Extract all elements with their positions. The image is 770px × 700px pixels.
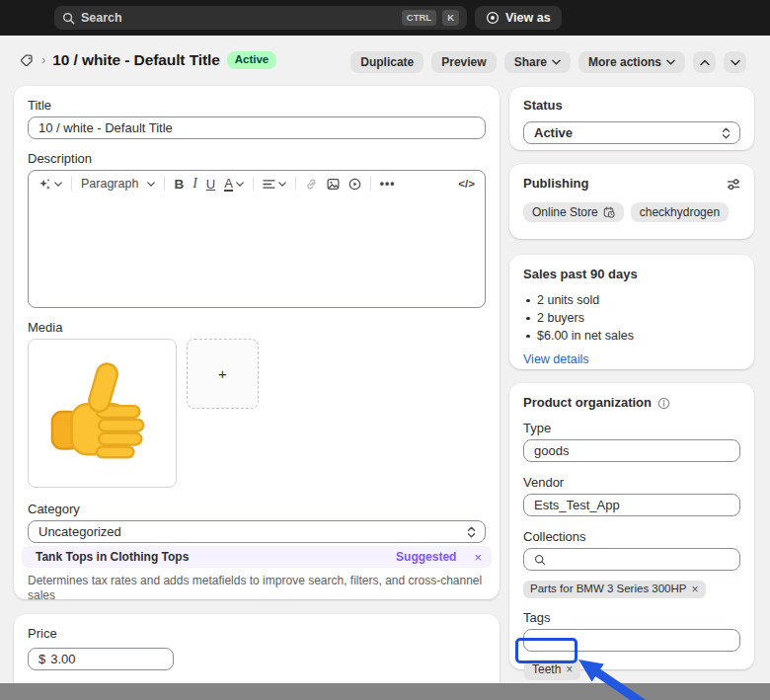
share-button[interactable]: Share [504, 51, 571, 73]
media-label: Media [28, 320, 486, 335]
sales-heading: Sales past 90 days [523, 267, 740, 282]
text-color-button[interactable]: A [224, 177, 244, 192]
title-label: Title [28, 98, 486, 113]
chevron-down-icon [731, 59, 740, 66]
bold-button[interactable]: B [174, 177, 184, 192]
toolbar-divider [295, 177, 296, 191]
type-input[interactable] [523, 439, 740, 462]
channel-online-store[interactable]: Online Store [523, 202, 624, 222]
paragraph-style-dropdown[interactable]: Paragraph [81, 177, 155, 191]
description-label: Description [28, 151, 486, 166]
plus-icon: + [218, 365, 227, 382]
calendar-clock-icon [603, 206, 615, 218]
chevron-down-icon [666, 59, 675, 65]
toolbar-divider [71, 177, 72, 191]
price-input[interactable]: $ 3.00 [28, 648, 174, 670]
underline-button[interactable]: U [206, 177, 215, 192]
bottom-gray-bar [0, 683, 770, 700]
preview-button[interactable]: Preview [431, 51, 496, 73]
toolbar-divider [253, 177, 254, 191]
chevron-down-icon [236, 182, 244, 187]
more-actions-label: More actions [588, 55, 661, 69]
collection-tag[interactable]: Parts for BMW 3 Series 300HP × [523, 581, 706, 599]
dismiss-suggestion-icon[interactable]: × [474, 551, 482, 564]
magic-ai-button[interactable] [38, 178, 62, 191]
channel-label: Online Store [532, 206, 598, 218]
page-title: 10 / white - Default Title [52, 51, 219, 69]
channel-checkhydrogen[interactable]: checkhydrogen [631, 202, 729, 222]
text-color-glyph: A [224, 177, 233, 192]
duplicate-label: Duplicate [360, 55, 414, 69]
remove-tag-icon[interactable]: × [566, 663, 573, 675]
category-suggestion-row[interactable]: Tank Tops in Clothing Tops Suggested × [22, 546, 492, 568]
collection-tag-label: Parts for BMW 3 Series 300HP [530, 583, 687, 596]
insert-video-button[interactable] [348, 178, 361, 191]
more-actions-button[interactable]: More actions [578, 51, 685, 73]
shortcut-ctrl-key: CTRL [402, 10, 436, 26]
category-label: Category [28, 502, 486, 516]
vendor-label: Vendor [523, 475, 740, 490]
tags-input[interactable] [523, 629, 740, 652]
align-left-icon [263, 179, 275, 190]
search-placeholder: Search [81, 11, 396, 25]
product-details-card: Title Description Paragraph B I U A [14, 86, 500, 599]
product-detail-page: Search CTRL K View as › 10 / white - Def… [0, 0, 770, 700]
manage-publishing-button[interactable] [727, 178, 740, 191]
add-media-button[interactable]: + [187, 339, 259, 409]
view-as-label: View as [505, 11, 551, 25]
toolbar-divider [370, 177, 371, 191]
italic-button[interactable]: I [192, 176, 197, 192]
price-value: 3.00 [50, 652, 75, 666]
organization-heading: Product organization [523, 395, 652, 411]
status-select[interactable]: Active [523, 121, 740, 144]
search-icon [534, 554, 546, 566]
category-help-text: Determines tax rates and adds metafields… [28, 574, 486, 603]
product-organization-card: Product organization Type Vendor Collect… [509, 383, 754, 669]
global-search-input[interactable]: Search CTRL K [54, 6, 467, 30]
description-editor: Paragraph B I U A [28, 170, 486, 308]
toolbar-divider [164, 177, 165, 191]
more-formatting-button[interactable]: ••• [380, 177, 396, 191]
chevron-up-icon [700, 59, 710, 66]
sales-list: 2 units sold 2 buyers $6.00 in net sales [523, 291, 740, 345]
insert-image-button[interactable] [327, 178, 340, 191]
description-textarea[interactable] [29, 196, 485, 308]
chevron-down-icon [278, 182, 286, 187]
link-button[interactable] [305, 178, 318, 191]
thumbs-up-image [44, 355, 161, 472]
next-product-button[interactable] [724, 51, 746, 73]
duplicate-button[interactable]: Duplicate [350, 51, 424, 73]
title-input[interactable] [28, 117, 486, 139]
media-thumbnail[interactable] [28, 339, 177, 488]
collections-search-input[interactable] [523, 548, 740, 571]
status-card: Status Active [509, 87, 754, 150]
suggested-badge: Suggested [396, 550, 456, 564]
show-html-button[interactable]: </> [458, 178, 475, 190]
sparkles-icon [38, 178, 51, 191]
suggestion-text: Tank Tops in Clothing Tops [36, 550, 396, 564]
status-badge: Active [227, 51, 277, 69]
collections-label: Collections [523, 529, 740, 544]
sales-item: 2 buyers [523, 309, 740, 327]
remove-collection-icon[interactable]: × [692, 583, 699, 595]
link-icon [305, 178, 318, 191]
top-bar: Search CTRL K View as [0, 0, 770, 36]
play-circle-icon [348, 178, 361, 191]
currency-prefix: $ [38, 652, 45, 666]
select-stepper-icon [722, 127, 731, 139]
vendor-input[interactable] [523, 494, 740, 516]
image-icon [327, 178, 340, 191]
category-select[interactable]: Uncategorized [28, 520, 486, 543]
view-as-button[interactable]: View as [475, 6, 562, 30]
publishing-card: Publishing Online Store checkhydrogen [509, 164, 754, 239]
publishing-heading: Publishing [523, 176, 588, 192]
category-value: Uncategorized [38, 524, 121, 539]
type-label: Type [523, 421, 740, 435]
chevron-down-icon [147, 182, 155, 187]
tag-teeth[interactable]: Teeth × [524, 660, 580, 679]
paragraph-label: Paragraph [81, 177, 138, 191]
view-details-link[interactable]: View details [523, 352, 588, 366]
previous-product-button[interactable] [693, 51, 716, 73]
alignment-button[interactable] [263, 179, 286, 190]
tag-label: Teeth [532, 662, 561, 676]
